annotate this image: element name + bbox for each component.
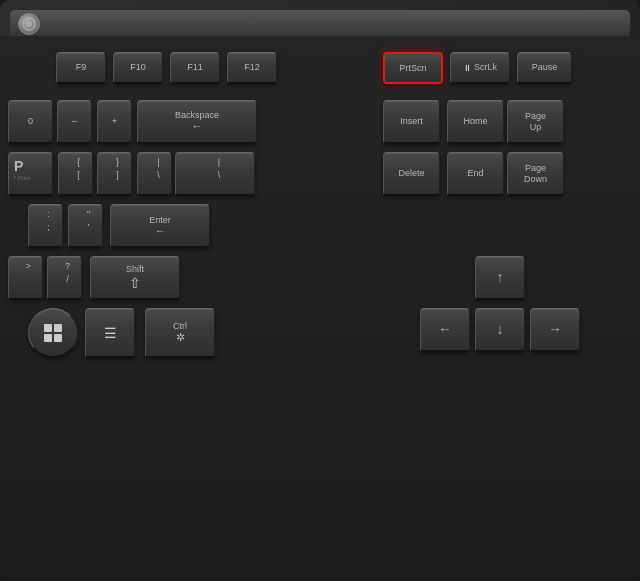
f12-key[interactable]: F12 (227, 52, 277, 84)
insert-key[interactable]: Insert (383, 100, 440, 144)
scrlk-icon: ⏸ (463, 63, 472, 73)
menu-icon: ☰ (104, 325, 117, 341)
windows-logo-icon (44, 324, 62, 342)
semicolon-key[interactable]: : ; (28, 204, 63, 248)
greater-key[interactable]: > (8, 256, 43, 300)
backslash-key[interactable]: | \ (175, 152, 255, 196)
lbrace-key[interactable]: { [ (58, 152, 93, 196)
f9-key[interactable]: F9 (56, 52, 106, 84)
quote-key[interactable]: " ' (68, 204, 103, 248)
f10-key[interactable]: F10 (113, 52, 163, 84)
windows-key[interactable] (28, 308, 78, 358)
plus-key[interactable]: + (97, 100, 132, 144)
shift-key[interactable]: Shift ⇧ (90, 256, 180, 300)
p-key[interactable]: P * Print (8, 152, 53, 196)
pageup-key[interactable]: PageUp (507, 100, 564, 144)
delete-key[interactable]: Delete (383, 152, 440, 196)
f11-key[interactable]: F11 (170, 52, 220, 84)
left-arrow-key[interactable]: ← (420, 308, 470, 352)
end-key[interactable]: End (447, 152, 504, 196)
pause-key[interactable]: Pause (517, 52, 572, 84)
up-arrow-key[interactable]: ↑ (475, 256, 525, 300)
ctrl-key[interactable]: Ctrl ✲ (145, 308, 215, 358)
menu-key[interactable]: ☰ (85, 308, 135, 358)
keyboard-background: F9 F10 F11 F12 PrtScn ⏸ ScrLk Pause 0 – (0, 0, 640, 581)
rbrace-key[interactable]: } ] (97, 152, 132, 196)
dash-key[interactable]: – (57, 100, 92, 144)
keys-layer: F9 F10 F11 F12 PrtScn ⏸ ScrLk Pause 0 – (0, 0, 640, 581)
pipe-key[interactable]: | \ (137, 152, 172, 196)
right-arrow-key[interactable]: → (530, 308, 580, 352)
scrlk-key[interactable]: ⏸ ScrLk (450, 52, 510, 84)
prtscn-key[interactable]: PrtScn (383, 52, 443, 84)
enter-key[interactable]: Enter ← (110, 204, 210, 248)
down-arrow-key[interactable]: ↓ (475, 308, 525, 352)
zero-key[interactable]: 0 (8, 100, 53, 144)
home-key[interactable]: Home (447, 100, 504, 144)
backspace-key[interactable]: Backspace ← (137, 100, 257, 144)
pagedown-key[interactable]: PageDown (507, 152, 564, 196)
question-key[interactable]: ? / (47, 256, 82, 300)
